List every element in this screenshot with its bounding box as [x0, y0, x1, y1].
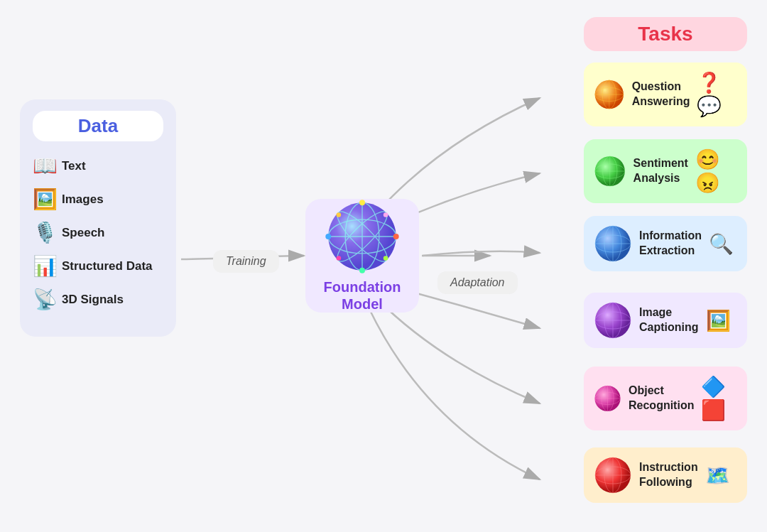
tasks-title: Tasks	[638, 23, 692, 45]
if-sphere	[594, 456, 632, 494]
sentiment-emoji-icon: 😊😠	[695, 148, 737, 195]
adaptation-label: Adaptation	[437, 271, 518, 294]
images-icon: 🖼️	[33, 188, 58, 211]
or-sphere	[594, 379, 621, 418]
data-item-structured: 📊 Structured Data	[33, 254, 163, 278]
ie-task-text: InformationExtraction	[639, 229, 702, 259]
task-box-or: ObjectRecognition 🔷🟥	[584, 367, 747, 430]
svg-point-9	[393, 234, 399, 239]
ic-sphere	[594, 301, 632, 340]
qa-sphere	[594, 75, 625, 114]
data-item-speech-label: Speech	[62, 226, 104, 240]
3dsignals-icon: 📡	[33, 288, 58, 311]
data-item-structured-label: Structured Data	[62, 259, 153, 273]
tasks-title-box: Tasks	[584, 17, 747, 51]
svg-point-13	[384, 256, 388, 261]
training-label: Training	[213, 250, 279, 273]
data-item-text-label: Text	[62, 159, 86, 173]
or-emoji-icon: 🔷🟥	[701, 375, 737, 422]
sentiment-task-text: SentimentAnalysis	[633, 156, 688, 186]
svg-point-8	[359, 200, 365, 205]
data-item-3dsignals-label: 3D Signals	[62, 293, 124, 307]
or-task-text: ObjectRecognition	[629, 384, 694, 413]
structured-icon: 📊	[33, 254, 58, 278]
sentiment-sphere	[594, 152, 626, 190]
svg-point-14	[337, 212, 342, 217]
task-box-ic: ImageCaptioning 🖼️	[584, 293, 747, 348]
qa-emoji-icon: ❓💬	[697, 71, 737, 118]
qa-task-text: QuestionAnswering	[632, 80, 690, 109]
foundation-model-title: FoundationModel	[324, 278, 401, 313]
data-item-images-label: Images	[62, 192, 104, 207]
foundation-sphere	[305, 199, 419, 274]
if-emoji-icon: 🗺️	[705, 464, 730, 487]
task-box-sentiment: SentimentAnalysis 😊😠	[584, 139, 747, 203]
data-title: Data	[78, 115, 118, 136]
svg-point-10	[359, 268, 365, 273]
ic-emoji-icon: 🖼️	[706, 309, 731, 332]
data-item-images: 🖼️ Images	[33, 188, 163, 211]
data-item-text: 📖 Text	[33, 154, 163, 178]
ie-emoji-icon: 🔍	[709, 232, 734, 256]
ie-sphere	[594, 224, 632, 263]
ic-task-text: ImageCaptioning	[639, 305, 699, 335]
task-box-ie: InformationExtraction 🔍	[584, 216, 747, 271]
if-task-text: InstructionFollowing	[639, 460, 698, 490]
task-box-qa: QuestionAnswering ❓💬	[584, 63, 747, 126]
text-icon: 📖	[33, 154, 58, 178]
speech-icon: 🎙️	[33, 221, 58, 244]
svg-point-12	[384, 212, 388, 217]
data-panel: Data 📖 Text 🖼️ Images 🎙️ Speech 📊 Struct…	[20, 99, 176, 337]
data-item-speech: 🎙️ Speech	[33, 221, 163, 244]
svg-point-15	[337, 256, 342, 261]
data-item-3dsignals: 📡 3D Signals	[33, 288, 163, 311]
svg-point-11	[325, 234, 331, 239]
task-box-if: InstructionFollowing 🗺️	[584, 447, 747, 503]
data-title-box: Data	[33, 111, 163, 141]
foundation-model-box: FoundationModel	[305, 199, 419, 313]
